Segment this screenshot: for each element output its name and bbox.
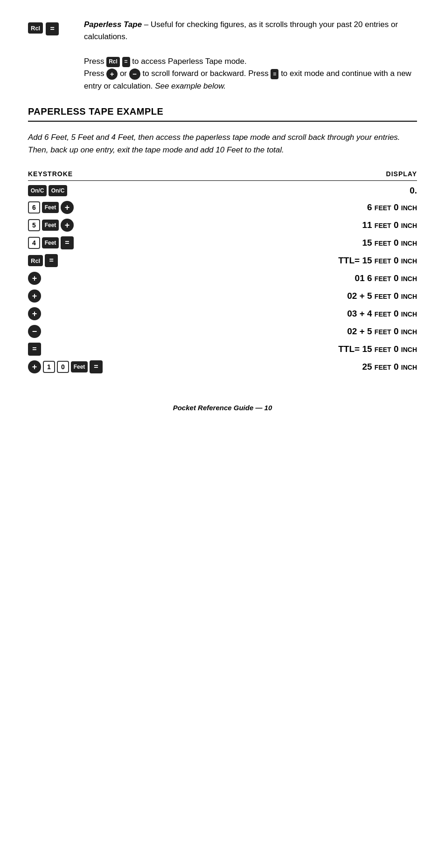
- footer-text: Pocket Reference Guide — 10: [173, 404, 272, 412]
- display-cell: 02 + 5 FEET 0 INCH: [41, 326, 417, 337]
- table-row: 4 Feet = 15 FEET 0 INCH: [28, 234, 417, 252]
- table-header: KEYSTROKE DISPLAY: [28, 170, 417, 181]
- display-cell: 25 FEET 0 INCH: [103, 362, 417, 372]
- table-row: − 02 + 5 FEET 0 INCH: [28, 323, 417, 340]
- num-key: 5: [28, 219, 40, 231]
- page-footer: Pocket Reference Guide — 10: [28, 404, 417, 412]
- plus-key: +: [61, 219, 74, 232]
- keystroke-cell: 6 Feet +: [28, 201, 74, 214]
- onc-key1: On/C: [28, 185, 47, 196]
- num-key: 1: [43, 361, 55, 373]
- table-row: On/C On/C 0.: [28, 183, 417, 199]
- equals-key: =: [61, 236, 74, 249]
- minus-inline: −: [129, 69, 140, 80]
- display-unit: FEET: [375, 204, 391, 212]
- display-cell: 15 FEET 0 INCH: [74, 238, 417, 248]
- table-row: 5 Feet + 11 FEET 0 INCH: [28, 216, 417, 234]
- intro-description: Paperless Tape – Useful for checking fig…: [84, 19, 417, 92]
- intro-italic: See example below.: [155, 82, 226, 90]
- equals-key: =: [46, 22, 59, 35]
- feet-key: Feet: [42, 237, 59, 248]
- plus-key: +: [28, 272, 41, 285]
- table-row: 6 Feet + 6 FEET 0 INCH: [28, 199, 417, 216]
- keystroke-cell: On/C On/C: [28, 185, 67, 196]
- keystroke-cell: 5 Feet +: [28, 219, 74, 232]
- display-cell: TTL= 15 FEET 0 INCH: [41, 344, 417, 354]
- intro-text4: Press: [84, 69, 106, 78]
- intro-or: or: [118, 69, 129, 78]
- keystroke-table: KEYSTROKE DISPLAY On/C On/C 0. 6 Feet + …: [28, 170, 417, 376]
- table-row: = TTL= 15 FEET 0 INCH: [28, 340, 417, 358]
- intro-text5: to scroll forward or backward. Press: [140, 69, 271, 78]
- plus-key: +: [61, 201, 74, 214]
- intro-icons: Rcl =: [28, 19, 75, 92]
- display-value: 0.: [410, 186, 417, 195]
- minus-key: −: [28, 325, 41, 338]
- rcl-key: Rcl: [28, 22, 43, 34]
- rcl-key: Rcl: [28, 255, 43, 266]
- num-key: 4: [28, 237, 40, 249]
- table-row: + 03 + 4 FEET 0 INCH: [28, 305, 417, 323]
- feet-key: Feet: [42, 202, 59, 213]
- keystroke-cell: +: [28, 307, 41, 320]
- table-row: Rcl = TTL= 15 FEET 0 INCH: [28, 252, 417, 269]
- equals-key: =: [45, 254, 58, 267]
- plus-inline: +: [106, 69, 118, 80]
- feet-key: Feet: [42, 220, 59, 231]
- display-cell: 02 + 5 FEET 0 INCH: [41, 291, 417, 301]
- col-keystroke: KEYSTROKE: [28, 170, 73, 178]
- keystroke-cell: +: [28, 272, 41, 285]
- keystroke-cell: Rcl =: [28, 254, 58, 267]
- keystroke-cell: +: [28, 289, 41, 303]
- plus-key: +: [28, 289, 41, 303]
- table-row: + 01 6 FEET 0 INCH: [28, 269, 417, 287]
- display-cell: 11 FEET 0 INCH: [74, 220, 417, 230]
- col-display: DISPLAY: [386, 170, 417, 178]
- display-cell: 03 + 4 FEET 0 INCH: [41, 309, 417, 319]
- num-key: 0: [57, 361, 69, 373]
- feet-key: Feet: [71, 361, 88, 372]
- intro-section: Rcl = Paperless Tape – Useful for checki…: [28, 19, 417, 92]
- table-row: + 1 0 Feet = 25 FEET 0 INCH: [28, 358, 417, 376]
- rcl-inline: Rcl: [106, 57, 120, 67]
- intro-text2: Press: [84, 57, 106, 66]
- num-key: 6: [28, 201, 40, 214]
- plus-key: +: [28, 360, 41, 373]
- keystroke-cell: =: [28, 343, 41, 356]
- equals-inline: =: [122, 57, 130, 67]
- section-title: PAPERLESS TAPE EXAMPLE: [28, 106, 417, 122]
- keystroke-cell: 4 Feet =: [28, 236, 74, 249]
- display-cell: 6 FEET 0 INCH: [74, 202, 417, 213]
- keystroke-cell: + 1 0 Feet =: [28, 360, 103, 373]
- onc-key2: On/C: [49, 185, 67, 196]
- intro-text3: to access Paperless Tape mode.: [130, 57, 247, 66]
- keystroke-cell: −: [28, 325, 41, 338]
- display-cell: 01 6 FEET 0 INCH: [41, 273, 417, 283]
- table-row: + 02 + 5 FEET 0 INCH: [28, 287, 417, 305]
- example-description: Add 6 Feet, 5 Feet and 4 Feet, then acce…: [28, 131, 417, 156]
- display-cell: 0.: [67, 186, 417, 196]
- paperless-tape-label: Paperless Tape: [84, 20, 142, 29]
- equals-inline2: =: [271, 69, 278, 79]
- equals-key: =: [28, 343, 41, 356]
- plus-key: +: [28, 307, 41, 320]
- equals-key: =: [90, 360, 103, 373]
- display-cell: TTL= 15 FEET 0 INCH: [58, 255, 417, 266]
- display-value: 6: [367, 202, 375, 212]
